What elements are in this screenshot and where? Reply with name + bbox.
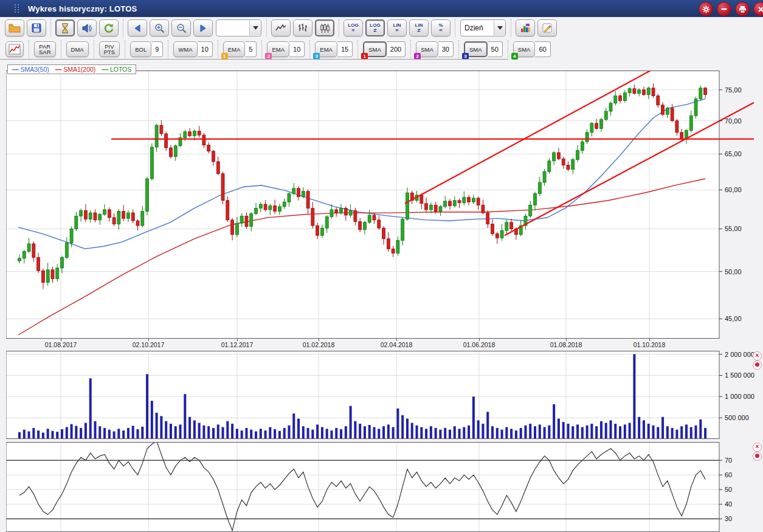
toolbar-separator [357, 40, 358, 58]
chevron-down-icon[interactable] [249, 21, 261, 35]
bol-button[interactable]: BOL9 [130, 41, 163, 57]
sma60-button-badge: 4 [511, 53, 518, 60]
style-button[interactable] [516, 19, 535, 36]
toolbar-separator [458, 40, 459, 58]
sma30-button-value[interactable]: 30 [438, 41, 454, 57]
candle-type-button[interactable] [315, 19, 334, 36]
zoom-out-button[interactable] [171, 19, 191, 36]
minimize-button[interactable] [717, 2, 731, 16]
date-axis: 01.08.201702.10.201701.12.201701.02.2018… [6, 339, 763, 351]
pencil-icon [542, 23, 552, 33]
pct-eq-button[interactable]: %= [431, 19, 451, 36]
toolbar-separator [50, 19, 51, 37]
parsar-button[interactable]: PAR SAR [34, 41, 56, 57]
volume-solo-button[interactable]: ◉ [753, 361, 762, 370]
colorbars-icon [520, 23, 530, 33]
price-chart[interactable]: 75,0070,0065,0060,0055,0050,0045,00 [6, 71, 763, 339]
refresh-icon [104, 23, 114, 33]
toolbar-separator [261, 40, 262, 58]
axis-label: 500 000 [725, 414, 749, 421]
lin-neq-button[interactable]: LIN≠ [409, 19, 429, 36]
axis-label: 70 [725, 457, 732, 464]
date-label: 01.08.2017 [45, 341, 77, 348]
close-button[interactable] [753, 2, 763, 16]
zoom-out-icon [176, 23, 187, 33]
zoom-in-button[interactable] [150, 19, 169, 36]
pivpts-button-label: PIV PTS [99, 41, 120, 57]
chevron-down-icon[interactable] [494, 21, 505, 35]
rsi-solo-button[interactable]: ◉ [753, 452, 762, 461]
bar-type-button[interactable] [293, 19, 312, 36]
candles-icon [320, 23, 330, 33]
refresh-button[interactable] [99, 19, 119, 36]
axis-label: 60 [725, 471, 732, 478]
rsi-chart[interactable]: 7060504030 [6, 442, 763, 532]
legend-label: SMA3(50) [21, 66, 49, 73]
edit-button[interactable] [537, 19, 557, 36]
toolbar-separator [339, 19, 339, 37]
sound-button[interactable] [77, 19, 97, 36]
date-label: 02.04.2018 [381, 341, 413, 348]
legend-swatch: — [102, 66, 108, 73]
pivpts-button[interactable]: PIV PTS [99, 41, 120, 57]
toolbar-separator [410, 40, 411, 58]
ema15-button[interactable]: EMA153 [315, 41, 353, 57]
log-eq-button[interactable]: LOG= [344, 19, 363, 36]
ohlc-icon [298, 23, 308, 33]
toolbar-separator [168, 40, 168, 58]
log-neq-button-operator: ≠ [374, 28, 377, 33]
folder-icon [9, 23, 21, 33]
log-neq-button[interactable]: LOG≠ [365, 19, 385, 36]
save-button[interactable] [27, 19, 46, 36]
wma-button-value[interactable]: 10 [198, 41, 213, 57]
floppy-icon [32, 23, 41, 33]
volume-chart[interactable]: 2 000 0001 500 0001 000 000500 000 [6, 351, 763, 439]
ema10-button-value[interactable]: 10 [289, 41, 305, 57]
bol-button-value[interactable]: 9 [151, 41, 163, 57]
indicator-toolbar: PAR SARDMAPIV PTSBOL9WMA10EMA51EMA102EMA… [0, 39, 763, 60]
lin-eq-button[interactable]: LIN= [387, 19, 407, 36]
sma200-button-value[interactable]: 200 [387, 41, 406, 57]
period-dropdown[interactable]: Dzień [460, 19, 506, 36]
zoom-in-icon [154, 23, 165, 33]
settings-button[interactable] [699, 2, 713, 16]
date-label: 01.06.2018 [463, 341, 495, 348]
symbol-dropdown[interactable] [216, 19, 261, 36]
scroll-left-button[interactable] [128, 19, 147, 36]
toolbar-separator [455, 19, 455, 37]
print-button[interactable] [735, 2, 750, 16]
wma-button[interactable]: WMA10 [173, 41, 212, 57]
dma-button[interactable]: DMA [66, 41, 89, 57]
scroll-right-button[interactable] [193, 19, 213, 36]
date-label: 01.10.2018 [634, 341, 666, 348]
sma50-button[interactable]: SMA503 [464, 41, 503, 57]
line-type-button[interactable] [271, 19, 291, 36]
ema5-button-value[interactable]: 5 [245, 41, 257, 57]
ema5-button[interactable]: EMA51 [223, 41, 257, 57]
window-title: Wykres historyczny: LOTOS [28, 4, 137, 13]
open-button[interactable] [5, 19, 24, 36]
titlebar[interactable]: Wykres historyczny: LOTOS [0, 0, 763, 17]
toolbar-separator [61, 40, 61, 58]
sma60-button[interactable]: SMA604 [513, 41, 551, 57]
parsar-button-label: PAR SAR [34, 41, 56, 57]
wma-button-label: WMA [173, 41, 197, 57]
date-label: 01.12.2017 [221, 341, 254, 348]
ema10-button[interactable]: EMA102 [267, 41, 305, 57]
sma60-button-value[interactable]: 60 [535, 41, 550, 57]
axis-label: 70,00 [725, 117, 742, 125]
line-icon [275, 24, 286, 32]
history-button[interactable] [55, 19, 75, 36]
rsi-close-button[interactable]: × [753, 443, 762, 452]
toolbar-separator [29, 40, 29, 58]
axis-label: 75,00 [725, 86, 742, 94]
sma50-button-value[interactable]: 50 [488, 41, 503, 57]
ema15-button-value[interactable]: 15 [337, 41, 353, 57]
toolbar-separator [508, 40, 508, 58]
mini-chart-button[interactable] [5, 41, 24, 57]
sma30-button[interactable]: SMA302 [416, 41, 454, 57]
sma200-button[interactable]: SMA2001 [363, 41, 406, 57]
toolbar-separator [123, 19, 123, 37]
volume-close-button[interactable]: × [753, 351, 762, 361]
date-label: 02.10.2017 [133, 341, 165, 348]
